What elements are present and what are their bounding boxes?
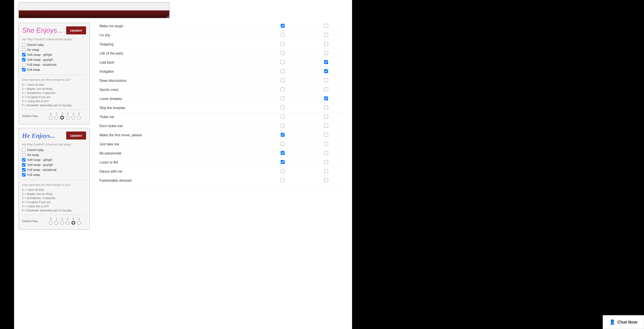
trait-him-checkbox[interactable] bbox=[324, 42, 328, 46]
she-radio-3[interactable] bbox=[66, 116, 70, 120]
trait-him-checkbox-cell[interactable] bbox=[304, 149, 348, 158]
trait-him-checkbox-cell[interactable] bbox=[304, 131, 348, 140]
she-cb-soft-swap-guyg[interactable]: Soft swap - guy/girl bbox=[22, 58, 86, 62]
trait-her-checkbox[interactable] bbox=[281, 24, 284, 28]
trait-him-checkbox-cell[interactable] bbox=[304, 158, 348, 167]
trait-him-checkbox-cell[interactable] bbox=[304, 67, 348, 76]
trait-her-checkbox[interactable] bbox=[281, 133, 284, 137]
he-cb-full-swap[interactable]: Full swap bbox=[22, 173, 86, 176]
trait-her-checkbox[interactable] bbox=[281, 124, 284, 128]
trait-her-checkbox[interactable] bbox=[281, 106, 284, 110]
trait-her-checkbox[interactable] bbox=[281, 42, 284, 46]
trait-her-checkbox-cell[interactable] bbox=[261, 131, 304, 140]
trait-her-checkbox[interactable] bbox=[281, 69, 284, 73]
trait-her-checkbox[interactable] bbox=[281, 169, 284, 173]
trait-her-checkbox-cell[interactable] bbox=[261, 149, 304, 158]
trait-him-checkbox-cell[interactable] bbox=[304, 167, 348, 176]
trait-her-checkbox[interactable] bbox=[281, 78, 284, 82]
trait-her-checkbox-cell[interactable] bbox=[261, 158, 304, 167]
trait-him-checkbox[interactable] bbox=[324, 124, 328, 128]
trait-him-checkbox[interactable] bbox=[324, 33, 328, 37]
she-radio-0[interactable] bbox=[49, 116, 53, 120]
trait-her-checkbox-cell[interactable] bbox=[261, 94, 304, 104]
she-girl-girl-radios[interactable]: 0 1 2 3 4 5 bbox=[49, 112, 81, 120]
trait-him-checkbox-cell[interactable] bbox=[304, 49, 348, 58]
trait-him-checkbox[interactable] bbox=[324, 60, 328, 64]
trait-her-checkbox[interactable] bbox=[281, 151, 284, 155]
trait-him-checkbox-cell[interactable] bbox=[304, 58, 348, 67]
trait-her-checkbox-cell[interactable] bbox=[261, 67, 304, 76]
she-enjoys-update-button[interactable]: Update! bbox=[66, 26, 86, 34]
trait-her-checkbox-cell[interactable] bbox=[261, 112, 304, 122]
trait-her-checkbox[interactable] bbox=[281, 88, 284, 91]
trait-her-checkbox-cell[interactable] bbox=[261, 140, 304, 149]
trait-her-checkbox-cell[interactable] bbox=[261, 85, 304, 94]
trait-him-checkbox[interactable] bbox=[324, 142, 328, 146]
he-radio-4[interactable] bbox=[71, 221, 75, 225]
trait-him-checkbox-cell[interactable] bbox=[304, 176, 348, 185]
trait-her-checkbox-cell[interactable] bbox=[261, 58, 304, 67]
he-cb-full-swap-sit[interactable]: Full swap - situational bbox=[22, 168, 86, 172]
she-radio-1[interactable] bbox=[54, 116, 58, 120]
trait-her-checkbox[interactable] bbox=[281, 178, 284, 182]
trait-her-checkbox[interactable] bbox=[281, 115, 284, 118]
trait-him-checkbox[interactable] bbox=[324, 115, 328, 118]
she-cb-no-swap[interactable]: No swap bbox=[22, 48, 86, 52]
trait-him-checkbox[interactable] bbox=[324, 151, 328, 155]
trait-him-checkbox[interactable] bbox=[324, 106, 328, 110]
he-radio-0[interactable] bbox=[49, 221, 53, 225]
trait-her-checkbox-cell[interactable] bbox=[261, 49, 304, 58]
trait-her-checkbox-cell[interactable] bbox=[261, 76, 304, 85]
trait-him-checkbox-cell[interactable] bbox=[304, 94, 348, 104]
she-cb-full-swap-sit[interactable]: Full swap - situational bbox=[22, 63, 86, 66]
trait-him-checkbox-cell[interactable] bbox=[304, 40, 348, 49]
trait-her-checkbox[interactable] bbox=[281, 60, 284, 64]
chat-now-button[interactable]: 👤 Chat Now bbox=[603, 315, 644, 329]
trait-him-checkbox-cell[interactable] bbox=[304, 104, 348, 112]
trait-him-checkbox-cell[interactable] bbox=[304, 85, 348, 94]
he-cb-soft-swap-gg[interactable]: Soft swap - girl/girl bbox=[22, 158, 86, 162]
she-cb-soft-swap-gg[interactable]: Soft swap - girl/girl bbox=[22, 53, 86, 56]
trait-him-checkbox[interactable] bbox=[324, 96, 328, 100]
trait-her-checkbox-cell[interactable] bbox=[261, 40, 304, 49]
he-girl-girl-radios[interactable]: 0 1 2 3 4 5 bbox=[49, 218, 81, 225]
trait-him-checkbox[interactable] bbox=[324, 88, 328, 91]
trait-him-checkbox[interactable] bbox=[324, 69, 328, 73]
trait-him-checkbox[interactable] bbox=[324, 24, 328, 28]
trait-her-checkbox-cell[interactable] bbox=[261, 22, 304, 31]
trait-him-checkbox[interactable] bbox=[324, 169, 328, 173]
she-radio-2[interactable] bbox=[60, 116, 64, 120]
trait-him-checkbox[interactable] bbox=[324, 160, 328, 164]
trait-her-checkbox[interactable] bbox=[281, 160, 284, 164]
trait-her-checkbox[interactable] bbox=[281, 142, 284, 146]
she-cb-doesnt-play[interactable]: Doesn't play bbox=[22, 43, 86, 46]
she-radio-5[interactable] bbox=[77, 116, 81, 120]
he-radio-1[interactable] bbox=[54, 221, 58, 225]
he-radio-3[interactable] bbox=[66, 221, 70, 225]
trait-him-checkbox-cell[interactable] bbox=[304, 22, 348, 31]
he-enjoys-update-button[interactable]: Update! bbox=[66, 132, 86, 140]
he-cb-doesnt-play[interactable]: Doesn't play bbox=[22, 148, 86, 152]
trait-him-checkbox[interactable] bbox=[324, 178, 328, 182]
trait-her-checkbox-cell[interactable] bbox=[261, 167, 304, 176]
trait-him-checkbox[interactable] bbox=[324, 78, 328, 82]
trait-her-checkbox-cell[interactable] bbox=[261, 176, 304, 185]
trait-her-checkbox[interactable] bbox=[281, 51, 284, 55]
he-cb-soft-swap-guyg[interactable]: Soft swap - guy/girl bbox=[22, 163, 86, 166]
he-cb-no-swap[interactable]: No swap bbox=[22, 153, 86, 156]
she-radio-4[interactable] bbox=[71, 116, 75, 120]
trait-him-checkbox[interactable] bbox=[324, 51, 328, 55]
trait-her-checkbox-cell[interactable] bbox=[261, 31, 304, 40]
he-radio-2[interactable] bbox=[60, 221, 64, 225]
trait-him-checkbox-cell[interactable] bbox=[304, 122, 348, 131]
trait-him-checkbox-cell[interactable] bbox=[304, 31, 348, 40]
trait-her-checkbox[interactable] bbox=[281, 96, 284, 100]
he-radio-5[interactable] bbox=[77, 221, 81, 225]
trait-him-checkbox[interactable] bbox=[324, 133, 328, 137]
she-cb-full-swap[interactable]: Full swap bbox=[22, 68, 86, 72]
trait-him-checkbox-cell[interactable] bbox=[304, 112, 348, 122]
trait-her-checkbox[interactable] bbox=[281, 33, 284, 37]
trait-him-checkbox-cell[interactable] bbox=[304, 76, 348, 85]
trait-her-checkbox-cell[interactable] bbox=[261, 122, 304, 131]
trait-him-checkbox-cell[interactable] bbox=[304, 140, 348, 149]
